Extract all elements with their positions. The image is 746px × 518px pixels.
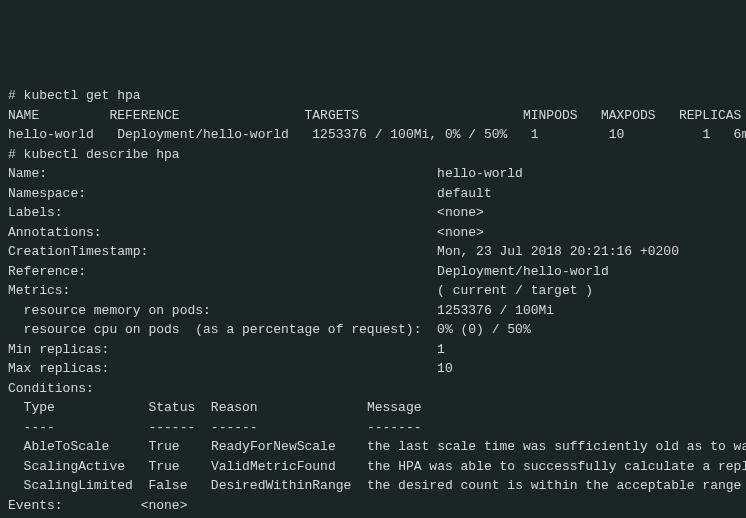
cmd1-prompt: # kubectl get hpa xyxy=(8,88,141,103)
metrics-label: Metrics: xyxy=(8,283,70,298)
cond1-type: AbleToScale xyxy=(8,439,109,454)
mem-value: 1253376 / 100Mi xyxy=(437,303,554,318)
row-age: 6m xyxy=(734,127,746,142)
row-maxpods: 10 xyxy=(609,127,625,142)
cond2-message: the HPA was able to successfully calcula… xyxy=(367,459,746,474)
cond3-status: False xyxy=(148,478,187,493)
cond-hdr-reason: Reason xyxy=(211,400,258,415)
maxrep-value: 10 xyxy=(437,361,453,376)
cond2-type: ScalingActive xyxy=(8,459,125,474)
labels-label: Labels: xyxy=(8,205,63,220)
name-label: Name: xyxy=(8,166,47,181)
events-value: <none> xyxy=(141,498,188,513)
cond3-reason: DesiredWithinRange xyxy=(211,478,351,493)
row-ref: Deployment/hello-world xyxy=(117,127,289,142)
cpu-label: resource cpu on pods (as a percentage of… xyxy=(8,322,421,337)
cond1-reason: ReadyForNewScale xyxy=(211,439,336,454)
annotations-value: <none> xyxy=(437,225,484,240)
reference-value: Deployment/hello-world xyxy=(437,264,609,279)
labels-value: <none> xyxy=(437,205,484,220)
mem-label: resource memory on pods: xyxy=(8,303,211,318)
cond-hdr-status: Status xyxy=(148,400,195,415)
cond-hdr-message: Message xyxy=(367,400,422,415)
hdr-targets: TARGETS xyxy=(304,108,359,123)
cond3-message: the desired count is within the acceptab… xyxy=(367,478,741,493)
creation-label: CreationTimestamp: xyxy=(8,244,148,259)
hdr-reference: REFERENCE xyxy=(109,108,179,123)
cond-div-message: ------- xyxy=(367,420,422,435)
cond-div-type: ---- xyxy=(8,420,55,435)
cond2-status: True xyxy=(148,459,179,474)
name-value: hello-world xyxy=(437,166,523,181)
cond1-message: the last scale time was sufficiently old… xyxy=(367,439,746,454)
cond2-reason: ValidMetricFound xyxy=(211,459,336,474)
row-replicas: 1 xyxy=(702,127,710,142)
row-minpods: 1 xyxy=(531,127,539,142)
cmd2-prompt: # kubectl describe hpa xyxy=(8,147,180,162)
row-targets: 1253376 / 100Mi, 0% / 50% xyxy=(312,127,507,142)
cpu-value: 0% (0) / 50% xyxy=(437,322,531,337)
cond3-type: ScalingLimited xyxy=(8,478,133,493)
hdr-minpods: MINPODS xyxy=(523,108,578,123)
maxrep-label: Max replicas: xyxy=(8,361,109,376)
minrep-value: 1 xyxy=(437,342,445,357)
cond1-status: True xyxy=(148,439,179,454)
hdr-maxpods: MAXPODS xyxy=(601,108,656,123)
hdr-name: NAME xyxy=(8,108,39,123)
annotations-label: Annotations: xyxy=(8,225,102,240)
namespace-value: default xyxy=(437,186,492,201)
namespace-label: Namespace: xyxy=(8,186,86,201)
hdr-replicas: REPLICAS xyxy=(679,108,741,123)
reference-label: Reference: xyxy=(8,264,86,279)
creation-value: Mon, 23 Jul 2018 20:21:16 +0200 xyxy=(437,244,679,259)
row-name: hello-world xyxy=(8,127,94,142)
cond-div-status: ------ xyxy=(148,420,195,435)
conditions-label: Conditions: xyxy=(8,381,94,396)
cond-hdr-type: Type xyxy=(8,400,55,415)
events-label: Events: xyxy=(8,498,63,513)
cond-div-reason: ------ xyxy=(211,420,258,435)
minrep-label: Min replicas: xyxy=(8,342,109,357)
metrics-value: ( current / target ) xyxy=(437,283,593,298)
